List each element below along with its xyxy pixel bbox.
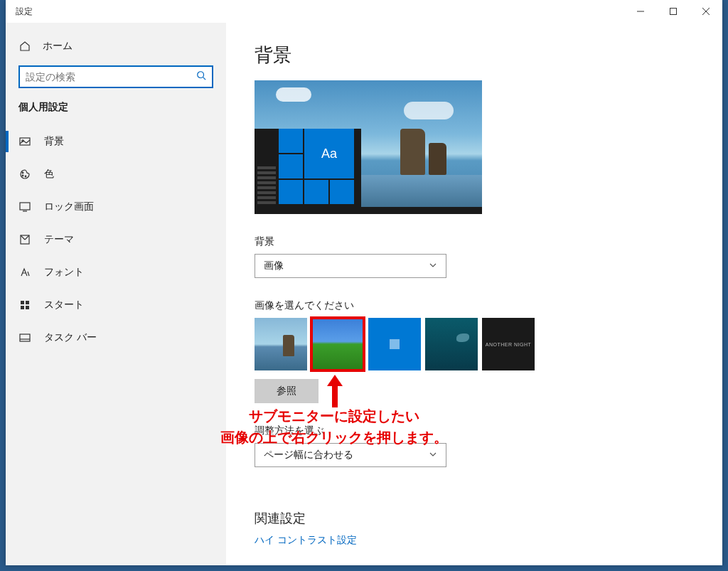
image-thumb-1[interactable] [311, 318, 364, 370]
background-type-label: 背景 [255, 235, 694, 248]
dropdown-value: ページ幅に合わせる [264, 449, 353, 461]
chevron-down-icon [429, 449, 437, 461]
sidebar-item-fonts[interactable]: フォント [6, 256, 226, 289]
sidebar-item-label: ロック画面 [44, 201, 94, 213]
titlebar: 設定 [6, 0, 722, 23]
home-label: ホーム [43, 40, 73, 53]
svg-rect-11 [20, 203, 30, 210]
search-icon [196, 70, 206, 83]
search-box[interactable] [18, 65, 213, 88]
image-thumb-3[interactable] [425, 318, 478, 370]
minimize-button[interactable] [624, 0, 657, 23]
sidebar-item-themes[interactable]: テーマ [6, 223, 226, 256]
window-title: 設定 [16, 6, 33, 18]
sidebar-item-taskbar[interactable]: タスク バー [6, 321, 226, 354]
sidebar-item-colors[interactable]: 色 [6, 158, 226, 191]
svg-rect-14 [21, 301, 24, 304]
sidebar-nav: 背景 色 ロック画面 テーマ フォント [6, 125, 226, 354]
annotation-arrow [324, 373, 346, 409]
background-preview: Aa [255, 80, 482, 214]
preview-tile-text: Aa [304, 129, 354, 178]
image-thumb-2[interactable] [368, 318, 421, 370]
picture-icon [18, 135, 31, 148]
svg-rect-15 [26, 301, 29, 304]
section-label: 個人用設定 [6, 88, 226, 121]
theme-icon [18, 233, 31, 246]
lock-screen-icon [18, 201, 31, 213]
background-type-dropdown[interactable]: 画像 [255, 254, 446, 278]
related-settings-title: 関連設定 [255, 510, 694, 527]
image-thumbnails: ANOTHER NIGHT [255, 318, 694, 370]
home-link[interactable]: ホーム [6, 33, 226, 60]
svg-point-4 [198, 72, 204, 78]
settings-window: 設定 ホーム [6, 0, 722, 565]
svg-rect-1 [670, 9, 677, 15]
sidebar-item-label: フォント [44, 266, 84, 279]
sidebar-item-label: 色 [44, 168, 54, 181]
svg-line-5 [203, 78, 206, 80]
svg-rect-18 [20, 334, 30, 341]
sidebar-item-label: スタート [44, 299, 84, 311]
sidebar: ホーム 個人用設定 背景 色 [6, 23, 226, 565]
image-thumb-0[interactable] [255, 318, 307, 370]
svg-point-9 [22, 175, 23, 176]
window-controls [624, 0, 722, 23]
annotation-text: サブモニターに設定したい 画像の上で右クリックを押します。 [220, 405, 448, 448]
start-icon [18, 299, 31, 311]
sidebar-item-label: タスク バー [44, 331, 97, 344]
close-button[interactable] [690, 0, 722, 23]
main-content: 背景 Aa [226, 23, 722, 565]
maximize-button[interactable] [657, 0, 690, 23]
sidebar-item-start[interactable]: スタート [6, 289, 226, 321]
image-thumb-4[interactable]: ANOTHER NIGHT [482, 318, 535, 370]
svg-rect-17 [26, 306, 29, 309]
sidebar-item-label: テーマ [44, 233, 74, 246]
palette-icon [18, 168, 31, 181]
sidebar-item-background[interactable]: 背景 [6, 125, 226, 158]
high-contrast-link[interactable]: ハイ コントラスト設定 [255, 534, 694, 547]
page-title: 背景 [255, 43, 694, 68]
sidebar-item-lockscreen[interactable]: ロック画面 [6, 191, 226, 223]
taskbar-icon [18, 331, 31, 344]
sidebar-item-label: 背景 [44, 135, 64, 148]
svg-point-10 [25, 176, 26, 177]
browse-button[interactable]: 参照 [255, 379, 318, 403]
choose-image-label: 画像を選んでください [255, 299, 694, 312]
svg-rect-16 [21, 306, 24, 309]
font-icon [18, 266, 31, 279]
dropdown-value: 画像 [264, 260, 284, 272]
chevron-down-icon [429, 260, 437, 272]
search-input[interactable] [26, 71, 196, 82]
home-icon [18, 40, 31, 53]
svg-point-8 [22, 172, 23, 174]
